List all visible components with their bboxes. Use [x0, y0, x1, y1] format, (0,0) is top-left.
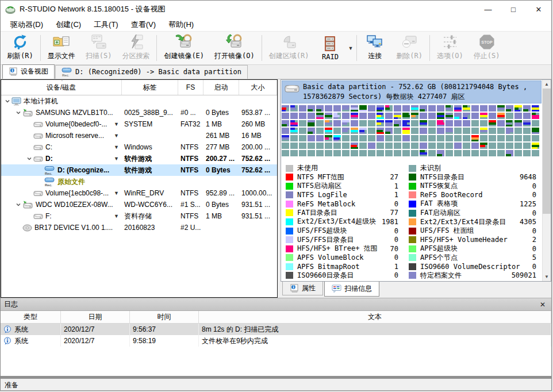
main-tab-1[interactable]: Rec.D: (Recognized0) -> Basic data parti…: [55, 65, 248, 79]
volume-icon: [33, 144, 43, 151]
scan-block: [480, 135, 487, 141]
scan-block: [514, 143, 522, 149]
scan-block: [325, 135, 332, 141]
scan-block: [368, 128, 375, 134]
main-tab-0[interactable]: 设备视图: [2, 64, 55, 79]
scan-block-map[interactable]: [281, 104, 542, 159]
scan-block: [497, 143, 505, 149]
raid-dropdown-icon[interactable]: ▼: [346, 33, 355, 63]
scan-block: [471, 143, 479, 149]
toolbar-button-show-files[interactable]: 显示文件: [43, 33, 80, 63]
column-header-0[interactable]: 设备/磁盘ˆ: [1, 80, 122, 95]
scrollbar-track[interactable]: [543, 89, 551, 272]
scan-block: [342, 150, 350, 156]
scroll-up-icon[interactable]: ▲: [543, 80, 551, 89]
toolbar-button-create-image[interactable]: 创建镜像(E): [159, 33, 209, 63]
minimize-button[interactable]: —: [475, 1, 501, 18]
device-fs: [178, 130, 203, 141]
expander-icon[interactable]: [14, 202, 22, 207]
scan-block: [489, 135, 496, 141]
expander-icon[interactable]: [25, 156, 33, 162]
scan-block: [394, 143, 401, 149]
device-row-0[interactable]: 本地计算机: [1, 95, 277, 107]
scan-block: [420, 135, 427, 141]
scan-panel-scrollbar[interactable]: ▲ ▼: [542, 80, 551, 281]
log-date: 2020/12/7: [61, 335, 130, 347]
menu-item-0[interactable]: 驱动器(D): [4, 18, 49, 32]
scan-block: [290, 113, 298, 119]
log-close-icon[interactable]: ✕: [537, 299, 548, 310]
row-dropdown-icon[interactable]: ▼: [114, 213, 121, 219]
device-row-3[interactable]: Microsoft reserve...▼261 MB16 MB: [1, 130, 277, 141]
log-column-header-3[interactable]: 文本: [199, 311, 551, 323]
row-dropdown-icon[interactable]: ▼: [114, 144, 121, 150]
svg-text:Rec.: Rec.: [45, 172, 52, 175]
device-row-10[interactable]: F:▼资料存储NTFS1 MB931.51 ...: [1, 210, 277, 222]
log-column-header-0[interactable]: 类型: [1, 311, 61, 323]
toolbar-button-connect[interactable]: 连接: [359, 33, 391, 63]
legend-swatch: [286, 263, 293, 270]
log-column-header-2[interactable]: 时间: [130, 311, 199, 323]
device-row-8[interactable]: Volume{1ecb0c98-...▼WinRE_DRVNTFS952.89 …: [1, 187, 277, 199]
legend-swatch: [409, 228, 416, 235]
device-row-4[interactable]: C:▼WindowsNTFS277 MB200.00 ...: [1, 141, 277, 153]
legend-swatch: [409, 245, 416, 252]
device-row-7[interactable]: Rec.原始文件: [1, 176, 277, 187]
legend-label: FAT 表格项: [420, 199, 458, 209]
column-header-4[interactable]: 大小: [239, 80, 277, 95]
device-row-2[interactable]: Volume{0bedecf0-...▼SYSTEMFAT321 MB260 M…: [1, 118, 277, 130]
menu-item-3[interactable]: 查看(V): [125, 18, 162, 32]
scroll-down-icon[interactable]: ▼: [543, 272, 551, 281]
scan-block: [514, 105, 522, 112]
legend-label: Ext2/Ext3/Ext4目录条目: [420, 217, 506, 227]
toolbar-button-open-image[interactable]: 打开镜像(O): [209, 33, 260, 63]
column-header-2[interactable]: FS: [178, 80, 203, 95]
scan-block: [446, 135, 453, 141]
legend-label: APFS BitmapRoot: [297, 263, 359, 271]
panel-tab-scan-info[interactable]: 扫描信息: [324, 282, 379, 297]
device-label: [122, 176, 178, 187]
toolbar-button-label: RAID: [322, 53, 339, 61]
device-row-5[interactable]: D:▼软件游戏NTFS200.27 ...752.62 ...: [1, 153, 277, 164]
close-button[interactable]: ✕: [526, 1, 551, 18]
scan-block: [446, 113, 453, 119]
device-fs: #2 U...: [178, 222, 203, 233]
panel-tab-properties[interactable]: 属性: [282, 282, 323, 295]
toolbar-button-scan: 扫描(S): [80, 33, 117, 63]
row-dropdown-icon[interactable]: ▼: [114, 133, 121, 139]
log-row-1[interactable]: 系统2020/12/79:58:19文件枚举在9秒内完成: [1, 335, 551, 347]
toolbar-button-raid[interactable]: RAID: [314, 33, 346, 63]
device-row-6[interactable]: Rec.D: (Recognize...软件游戏NTFS0 Bytes752.6…: [1, 164, 277, 176]
maximize-button[interactable]: □: [501, 1, 526, 18]
menu-item-2[interactable]: 工具(T): [87, 18, 125, 32]
scan-block: [342, 113, 350, 119]
legend-label: 特定档案文件: [420, 271, 462, 280]
menu-item-4[interactable]: 帮助(H): [162, 18, 200, 32]
scan-block: [377, 113, 384, 119]
toolbar-separator: [429, 35, 430, 61]
row-dropdown-icon[interactable]: ▼: [114, 121, 121, 127]
log-row-0[interactable]: 系统2020/12/79:56:378m 12s 的 D: 扫描已完成: [1, 324, 551, 335]
device-row-9[interactable]: WDC WD10EZEX-08W...WD-WCC6Y6...#1 S...0 …: [1, 199, 277, 210]
scan-block: [333, 105, 341, 112]
device-row-11[interactable]: BR17 DEVICE V1.00 1....20160823#2 U...: [1, 222, 277, 233]
column-header-1[interactable]: 标签: [122, 80, 178, 95]
menu-item-1[interactable]: 创建(C): [49, 18, 87, 32]
scan-block: [428, 113, 436, 119]
column-header-3[interactable]: 启动: [203, 80, 239, 95]
row-dropdown-icon[interactable]: ▼: [114, 156, 121, 162]
toolbar-button-refresh[interactable]: 刷新(R): [2, 33, 39, 63]
scan-block: [308, 128, 315, 134]
device-row-1[interactable]: SAMSUNG MZVLB1T0...0025_388B_9...#0 ...0…: [1, 107, 277, 118]
device-start: 952.89 ...: [203, 187, 239, 199]
scrollbar-thumb[interactable]: [543, 89, 551, 214]
main-tab-label: 设备视图: [21, 67, 48, 76]
row-dropdown-icon[interactable]: ▼: [114, 190, 121, 196]
toolbar-button-label: 显示文件: [48, 51, 75, 61]
svg-text:STOP: STOP: [481, 40, 493, 45]
legend-label: APFS个节点: [420, 253, 458, 263]
partition-header-text: Basic data partition - 752.62 GB (808121…: [303, 82, 539, 102]
log-column-header-1[interactable]: 日期: [61, 311, 130, 323]
expander-icon[interactable]: [14, 110, 22, 116]
expander-icon[interactable]: [3, 98, 11, 104]
